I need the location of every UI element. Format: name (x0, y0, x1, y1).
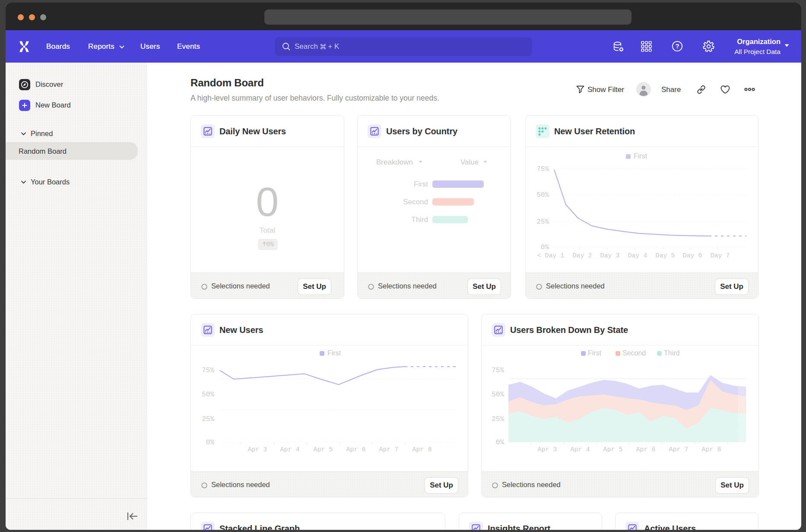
svg-text:?: ? (675, 42, 679, 50)
svg-text:75%: 75% (536, 165, 549, 173)
svg-text:75%: 75% (492, 367, 504, 374)
svg-text:0%: 0% (206, 439, 215, 446)
svg-text:Apr 6: Apr 6 (636, 446, 655, 453)
svg-text:First: First (634, 152, 647, 160)
svg-text:25%: 25% (202, 415, 214, 423)
svg-text:25%: 25% (492, 415, 504, 423)
svg-text:0%: 0% (496, 439, 505, 446)
svg-text:Apr 4: Apr 4 (570, 446, 590, 453)
svg-text:Day 3: Day 3 (600, 252, 619, 260)
svg-text:Second: Second (622, 349, 646, 357)
svg-text:25%: 25% (536, 218, 549, 226)
svg-text:< Day 1: < Day 1 (537, 252, 564, 260)
svg-text:0%: 0% (541, 244, 549, 251)
svg-text:50%: 50% (536, 191, 549, 199)
svg-text:Apr 8: Apr 8 (412, 446, 432, 453)
svg-text:First: First (327, 349, 341, 357)
svg-text:Apr 5: Apr 5 (603, 446, 622, 453)
svg-text:Apr 7: Apr 7 (669, 446, 688, 453)
svg-text:Apr 6: Apr 6 (346, 446, 365, 453)
svg-text:50%: 50% (492, 391, 504, 399)
svg-text:Apr 4: Apr 4 (280, 446, 299, 453)
svg-text:Day 6: Day 6 (682, 252, 702, 260)
svg-text:Day 5: Day 5 (655, 252, 675, 260)
svg-text:Day 7: Day 7 (710, 252, 730, 260)
svg-text:Third: Third (664, 349, 679, 357)
svg-text:75%: 75% (202, 367, 214, 374)
svg-text:Apr 5: Apr 5 (313, 446, 333, 453)
svg-text:Apr 8: Apr 8 (701, 446, 721, 453)
svg-text:Day 2: Day 2 (572, 252, 592, 260)
svg-text:Apr 7: Apr 7 (379, 446, 398, 453)
svg-text:Apr 3: Apr 3 (248, 446, 267, 453)
svg-text:First: First (588, 349, 602, 357)
svg-text:Apr 3: Apr 3 (537, 446, 557, 453)
svg-text:50%: 50% (202, 391, 214, 399)
svg-text:Day 4: Day 4 (628, 252, 647, 260)
